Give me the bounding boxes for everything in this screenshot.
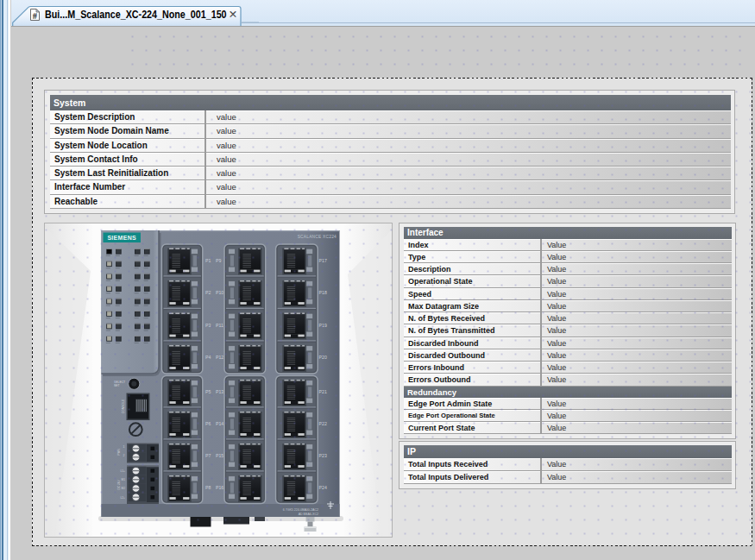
svg-text:P7: P7: [205, 453, 211, 458]
svg-text:P6: P6: [205, 421, 211, 426]
svg-text:L2+: L2+: [121, 496, 126, 500]
svg-text:P14: P14: [216, 421, 223, 426]
svg-text:P8: P8: [205, 485, 211, 490]
svg-text:P24: P24: [319, 485, 327, 490]
svg-text:SET: SET: [114, 384, 120, 387]
svg-text:DC 24V: DC 24V: [117, 480, 121, 490]
svg-text:P5: P5: [205, 389, 211, 394]
svg-text:P17: P17: [319, 258, 327, 263]
svg-text:P19: P19: [319, 323, 327, 328]
svg-text:P18: P18: [319, 290, 327, 295]
svg-text:M2: M2: [122, 487, 126, 490]
svg-text:M1: M1: [122, 478, 126, 481]
svg-text:P15: P15: [216, 453, 223, 458]
svg-text:#: #: [33, 11, 38, 21]
svg-text:P4: P4: [205, 355, 211, 360]
svg-text:6 7GK5 224-0BA00-2AC2: 6 7GK5 224-0BA00-2AC2: [283, 508, 318, 512]
svg-text:P9: P9: [216, 258, 221, 263]
svg-text:L1+: L1+: [121, 469, 126, 473]
svg-text:SCALANCE XC224: SCALANCE XC224: [298, 235, 337, 239]
svg-text:PWR: PWR: [117, 449, 121, 456]
svg-text:P13: P13: [216, 389, 223, 394]
svg-text:P1: P1: [205, 258, 211, 263]
svg-text:SIEMENS: SIEMENS: [107, 235, 136, 241]
svg-text:P3: P3: [205, 323, 211, 328]
svg-text:P11: P11: [216, 323, 223, 328]
svg-text:1: 1: [123, 445, 125, 449]
svg-text:P12: P12: [216, 355, 223, 360]
svg-text:P16: P16: [216, 485, 223, 490]
svg-text:CONSOLE: CONSOLE: [122, 399, 125, 413]
svg-text:P20: P20: [319, 355, 327, 360]
svg-text:P23: P23: [319, 453, 327, 458]
svg-text:2: 2: [123, 454, 125, 457]
svg-text:P22: P22: [319, 421, 327, 426]
svg-text:P10: P10: [216, 290, 223, 295]
svg-text:P21: P21: [319, 389, 327, 394]
svg-text:AD BBA6-XC2: AD BBA6-XC2: [299, 513, 318, 516]
svg-text:P2: P2: [205, 290, 211, 295]
